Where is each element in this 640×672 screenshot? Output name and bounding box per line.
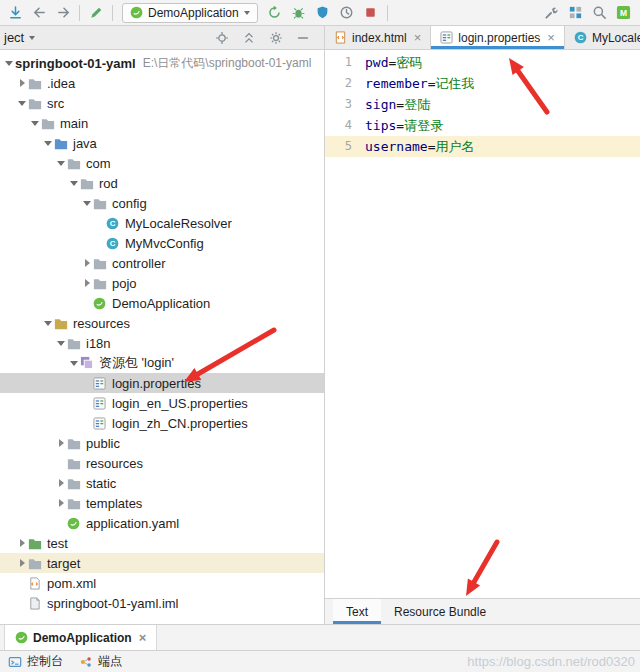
tree-item-login[interactable]: 资源包 'login' bbox=[0, 353, 324, 373]
chevron-down-icon[interactable] bbox=[17, 98, 28, 109]
chevron-right-icon[interactable] bbox=[17, 538, 28, 549]
chevron-right-icon[interactable] bbox=[82, 258, 93, 269]
run-tab-label: DemoApplication bbox=[33, 631, 132, 645]
close-icon[interactable]: × bbox=[547, 30, 555, 45]
chevron-spacer bbox=[82, 398, 93, 409]
tree-item-templates[interactable]: templates bbox=[0, 493, 324, 513]
tree-item-application-yaml[interactable]: application.yaml bbox=[0, 513, 324, 533]
tree-item-resources[interactable]: resources bbox=[0, 453, 324, 473]
tree-item-target[interactable]: target bbox=[0, 553, 324, 573]
tree-item-rod[interactable]: rod bbox=[0, 173, 324, 193]
tree-item-login-en-us-properties[interactable]: login_en_US.properties bbox=[0, 393, 324, 413]
tree-item-controller[interactable]: controller bbox=[0, 253, 324, 273]
svg-text:M: M bbox=[619, 8, 626, 18]
maven-icon[interactable]: M bbox=[612, 2, 634, 24]
properties-icon bbox=[93, 376, 109, 390]
chevron-right-icon[interactable] bbox=[17, 78, 28, 89]
code-area[interactable]: 1pwd=密码2remember=记住我3sign=登陆4tips=请登录5us… bbox=[325, 50, 640, 598]
editor-tab-index-html[interactable]: index.html× bbox=[325, 26, 431, 49]
close-icon[interactable]: × bbox=[414, 30, 422, 45]
close-icon[interactable]: × bbox=[139, 630, 147, 645]
settings-icon[interactable] bbox=[540, 2, 562, 24]
project-structure-icon[interactable] bbox=[564, 2, 586, 24]
coverage-icon[interactable] bbox=[312, 2, 334, 24]
tree-item-demoapplication[interactable]: DemoApplication bbox=[0, 293, 324, 313]
gear-icon[interactable] bbox=[267, 29, 285, 47]
tree-item-mylocaleresolver[interactable]: CMyLocaleResolver bbox=[0, 213, 324, 233]
tree-item-main[interactable]: main bbox=[0, 113, 324, 133]
editor-bottom-tab-bar: TextResource Bundle bbox=[325, 598, 640, 624]
search-icon[interactable] bbox=[588, 2, 610, 24]
properties-icon bbox=[93, 416, 109, 430]
tree-item-java[interactable]: java bbox=[0, 133, 324, 153]
code-line-4[interactable]: 4tips=请登录 bbox=[325, 115, 640, 136]
tree-item-src[interactable]: src bbox=[0, 93, 324, 113]
tree-item-springboot-01-yaml[interactable]: springboot-01-yamlE:\日常代码\springboot-01-… bbox=[0, 53, 324, 73]
line-number: 1 bbox=[325, 52, 365, 73]
chevron-right-icon[interactable] bbox=[56, 498, 67, 509]
chevron-right-icon[interactable] bbox=[17, 558, 28, 569]
editor-tab-bar: index.html×login.properties×CMyLocale bbox=[325, 26, 640, 49]
tree-item-label: static bbox=[86, 476, 116, 491]
chevron-down-icon[interactable] bbox=[69, 178, 80, 189]
tree-item-resources[interactable]: resources bbox=[0, 313, 324, 333]
tree-item-login-zh-cn-properties[interactable]: login_zh_CN.properties bbox=[0, 413, 324, 433]
chevron-down-icon[interactable] bbox=[43, 138, 54, 149]
chevron-down-icon[interactable] bbox=[56, 158, 67, 169]
chevron-down-icon[interactable] bbox=[4, 58, 15, 69]
chevron-right-icon[interactable] bbox=[56, 438, 67, 449]
editor-tab-mylocale[interactable]: CMyLocale bbox=[565, 26, 640, 49]
chevron-down-icon[interactable] bbox=[56, 338, 67, 349]
chevron-right-icon[interactable] bbox=[82, 278, 93, 289]
code-line-2[interactable]: 2remember=记住我 bbox=[325, 73, 640, 94]
folder-icon bbox=[67, 436, 83, 450]
chevron-down-icon[interactable] bbox=[82, 198, 93, 209]
code-line-3[interactable]: 3sign=登陆 bbox=[325, 94, 640, 115]
stop-icon[interactable] bbox=[360, 2, 382, 24]
status-item-item[interactable]: 端点 bbox=[79, 653, 122, 670]
tree-item-test[interactable]: test bbox=[0, 533, 324, 553]
chevron-spacer bbox=[17, 578, 28, 589]
forward-icon[interactable] bbox=[52, 2, 74, 24]
run-config-label: DemoApplication bbox=[148, 6, 239, 20]
folder-icon bbox=[93, 196, 109, 210]
project-tool-window-header[interactable]: ject bbox=[0, 26, 325, 49]
tree-item-i18n[interactable]: i18n bbox=[0, 333, 324, 353]
toolbar-separator bbox=[112, 5, 113, 21]
tree-item-pom-xml[interactable]: pom.xml bbox=[0, 573, 324, 593]
properties-icon bbox=[440, 31, 453, 44]
tree-item-com[interactable]: com bbox=[0, 153, 324, 173]
vcs-update-icon[interactable] bbox=[4, 2, 26, 24]
profiler-icon[interactable] bbox=[336, 2, 358, 24]
tree-item-pojo[interactable]: pojo bbox=[0, 273, 324, 293]
code-line-1[interactable]: 1pwd=密码 bbox=[325, 52, 640, 73]
chevron-down-icon[interactable] bbox=[69, 358, 80, 369]
locate-icon[interactable] bbox=[213, 29, 231, 47]
hide-icon[interactable] bbox=[294, 29, 312, 47]
run-tab[interactable]: DemoApplication× bbox=[4, 625, 157, 650]
rerun-icon[interactable] bbox=[264, 2, 286, 24]
tree-item-config[interactable]: config bbox=[0, 193, 324, 213]
chevron-down-icon[interactable] bbox=[30, 118, 41, 129]
bottom-tab-resource-bundle[interactable]: Resource Bundle bbox=[381, 599, 499, 624]
bottom-tab-text[interactable]: Text bbox=[333, 599, 381, 624]
tree-item-idea[interactable]: .idea bbox=[0, 73, 324, 93]
editor-tab-login-properties[interactable]: login.properties× bbox=[431, 26, 565, 49]
collapse-all-icon[interactable] bbox=[240, 29, 258, 47]
chevron-right-icon[interactable] bbox=[56, 478, 67, 489]
tree-item-static[interactable]: static bbox=[0, 473, 324, 493]
back-icon[interactable] bbox=[28, 2, 50, 24]
tree-item-mymvcconfig[interactable]: CMyMvcConfig bbox=[0, 233, 324, 253]
run-config-selector[interactable]: DemoApplication bbox=[122, 3, 258, 23]
status-item-item[interactable]: 控制台 bbox=[8, 653, 63, 670]
tree-item-public[interactable]: public bbox=[0, 433, 324, 453]
tree-item-login-properties[interactable]: login.properties bbox=[0, 373, 324, 393]
code-line-5[interactable]: 5username=用户名 bbox=[325, 136, 640, 157]
chevron-down-icon[interactable] bbox=[43, 318, 54, 329]
tree-item-path: E:\日常代码\springboot-01-yaml bbox=[143, 55, 312, 72]
debug-icon[interactable] bbox=[288, 2, 310, 24]
tree-item-springboot-01-yaml-iml[interactable]: springboot-01-yaml.iml bbox=[0, 593, 324, 613]
tab-label: index.html bbox=[352, 31, 407, 45]
edit-icon[interactable] bbox=[85, 2, 107, 24]
status-item-label: 端点 bbox=[98, 653, 122, 670]
